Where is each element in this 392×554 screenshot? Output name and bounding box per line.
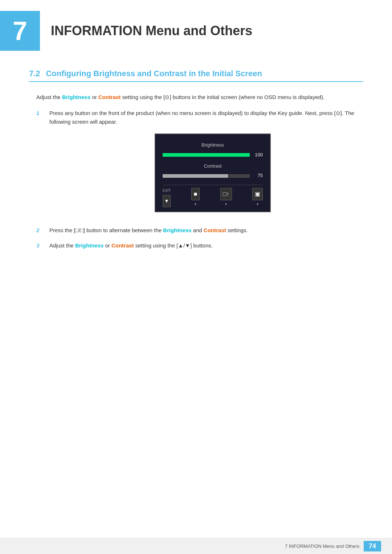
btn2-label: ▾ [225,201,227,207]
step2-text-before: Press the [□/□] button to alternate betw… [49,227,163,233]
contrast-bar-bg [163,174,250,178]
step2-brightness-keyword: Brightness [163,227,191,233]
footer: 7 INFORMATION Menu and Others 74 [0,538,392,554]
section-heading: 7.2 Configuring Brightness and Contrast … [29,69,363,82]
main-content: 7.2 Configuring Brightness and Contrast … [0,62,392,286]
footer-text: 7 INFORMATION Menu and Others [285,543,359,549]
contrast-label: Contrast [163,163,263,170]
btn2-icon: □↑ [220,188,232,200]
brightness-bar-row: 100 [163,151,263,159]
btn3-icon: ▣ [252,188,263,200]
step3-contrast-keyword: Contrast [111,242,134,249]
contrast-keyword-intro: Contrast [98,94,121,100]
section-title: Configuring Brightness and Contrast in t… [46,69,262,78]
contrast-value: 75 [253,172,263,180]
step-1-number: 1 [36,109,44,219]
brightness-section: Brightness 100 [163,141,263,159]
intro-paragraph: Adjust the Brightness or Contrast settin… [36,93,363,102]
step2-text-mid: and [192,227,204,233]
btn3-label: ▾ [257,201,258,207]
step-3: 3 Adjust the Brightness or Contrast sett… [36,241,363,250]
step3-text-after: setting using the [▲/▼] buttons. [134,242,213,249]
contrast-section: Contrast 75 [163,163,263,180]
intro-text-mid1: or [90,94,98,100]
brightness-value: 100 [253,151,263,159]
step1-text-before: Press any button on the front of the pro… [49,110,336,116]
screen-buttons: EXIT ▾ ■ ▾ □↑ ▾ [163,185,263,207]
btn2-group: □↑ ▾ [220,188,232,207]
step-1: 1 Press any button on the front of the p… [36,109,363,219]
intro-text-before: Adjust the [36,94,62,100]
chapter-title: INFORMATION Menu and Others [51,23,252,38]
step3-brightness-keyword: Brightness [75,242,103,249]
brightness-bar-fill [163,153,250,157]
chapter-header: 7 INFORMATION Menu and Others [0,0,392,58]
btn1-label: ▾ [195,201,196,207]
step-1-text: Press any button on the front of the pro… [49,109,363,219]
btn3-group: ▣ ▾ [252,188,263,207]
contrast-bar-row: 75 [163,172,263,180]
brightness-bar-bg [163,153,250,157]
step-3-number: 3 [36,241,44,250]
steps-list: 1 Press any button on the front of the p… [36,109,363,250]
btn-exit-group: EXIT ▾ [163,188,171,207]
step-2-number: 2 [36,226,44,235]
btn1-icon: ■ [191,188,200,200]
screen-mockup: Brightness 100 Contrast [155,134,271,212]
section-number: 7.2 [29,69,40,78]
screen-mockup-container: Brightness 100 Contrast [62,134,363,212]
btn1-group: ■ ▾ [191,188,200,207]
intro-text-after: ] buttons in the initial screen (where n… [170,94,324,100]
step1-button-symbol: ⊙ [336,110,340,116]
step-3-text: Adjust the Brightness or Contrast settin… [49,241,363,250]
step3-text-before: Adjust the [49,242,75,249]
exit-label: EXIT [163,188,171,194]
brightness-label: Brightness [163,141,263,149]
step-2: 2 Press the [□/□] button to alternate be… [36,226,363,235]
intro-text-mid2: setting using the [ [121,94,165,100]
footer-page-number: 74 [364,541,381,551]
brightness-keyword-intro: Brightness [62,94,90,100]
chapter-number-box: 7 [0,11,40,51]
step3-text-mid: or [103,242,111,249]
step2-contrast-keyword: Contrast [204,227,226,233]
chapter-number: 7 [13,16,27,46]
contrast-bar-fill [163,174,228,178]
step2-text-after: settings. [226,227,248,233]
button-symbol-intro: ⊙ [165,94,170,100]
exit-icon: ▾ [163,195,171,207]
step-2-text: Press the [□/□] button to alternate betw… [49,226,363,235]
